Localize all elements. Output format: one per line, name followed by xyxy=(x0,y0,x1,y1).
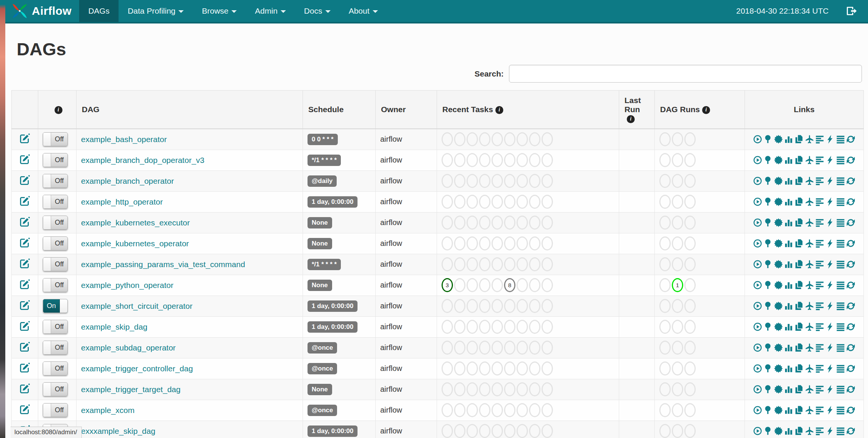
task-state-circle[interactable] xyxy=(542,361,553,375)
task-state-circle[interactable] xyxy=(492,174,503,188)
task-state-circle[interactable] xyxy=(517,216,528,230)
logs-icon[interactable] xyxy=(836,343,845,352)
gantt-view-icon[interactable] xyxy=(815,364,824,373)
code-view-icon[interactable] xyxy=(826,406,834,415)
gantt-view-icon[interactable] xyxy=(815,302,824,310)
dag-link[interactable]: example_bash_operator xyxy=(81,135,167,144)
task-state-circle[interactable] xyxy=(659,320,671,334)
task-state-circle[interactable] xyxy=(467,174,478,188)
pause-toggle[interactable]: Off xyxy=(43,403,68,417)
task-state-circle[interactable] xyxy=(454,382,465,396)
task-state-circle[interactable] xyxy=(442,195,453,209)
task-state-circle[interactable]: 3 xyxy=(442,278,453,292)
trigger-dag-icon[interactable] xyxy=(753,385,762,394)
task-duration-icon[interactable] xyxy=(784,385,793,394)
task-state-circle[interactable] xyxy=(492,382,503,396)
task-state-circle[interactable] xyxy=(529,424,540,438)
task-state-circle[interactable] xyxy=(517,236,528,250)
task-state-circle[interactable] xyxy=(479,153,490,167)
graph-view-icon[interactable] xyxy=(774,364,783,373)
task-tries-icon[interactable] xyxy=(795,260,803,269)
task-tries-icon[interactable] xyxy=(795,343,803,352)
task-state-circle[interactable] xyxy=(684,195,696,209)
graph-view-icon[interactable] xyxy=(774,197,783,206)
task-state-circle[interactable] xyxy=(479,403,490,417)
task-duration-icon[interactable] xyxy=(784,218,793,227)
task-tries-icon[interactable] xyxy=(795,239,803,248)
task-state-circle[interactable] xyxy=(442,361,453,375)
task-state-circle[interactable] xyxy=(504,132,515,146)
task-state-circle[interactable] xyxy=(684,341,696,355)
dag-link[interactable]: example_skip_dag xyxy=(81,322,147,331)
task-tries-icon[interactable] xyxy=(795,177,803,185)
task-state-circle[interactable] xyxy=(684,132,696,146)
task-state-circle[interactable] xyxy=(542,341,553,355)
task-state-circle[interactable] xyxy=(542,195,553,209)
logs-icon[interactable] xyxy=(836,427,845,435)
task-state-circle[interactable] xyxy=(454,195,465,209)
trigger-dag-icon[interactable] xyxy=(753,281,762,289)
dag-link[interactable]: example_http_operator xyxy=(81,197,163,206)
task-state-circle[interactable] xyxy=(504,299,515,313)
task-state-circle[interactable] xyxy=(672,132,683,146)
task-state-circle[interactable] xyxy=(672,195,683,209)
refresh-icon[interactable] xyxy=(846,177,855,185)
edit-dag-icon[interactable] xyxy=(20,258,30,269)
tree-view-icon[interactable] xyxy=(763,302,772,310)
edit-dag-icon[interactable] xyxy=(20,175,30,185)
edit-dag-icon[interactable] xyxy=(20,133,30,144)
task-state-circle[interactable] xyxy=(517,153,528,167)
gantt-view-icon[interactable] xyxy=(815,385,824,394)
tree-view-icon[interactable] xyxy=(763,197,772,206)
task-duration-icon[interactable] xyxy=(784,156,793,164)
task-state-circle[interactable] xyxy=(659,278,671,292)
graph-view-icon[interactable] xyxy=(774,281,783,289)
nav-item-admin[interactable]: Admin xyxy=(246,0,295,22)
task-state-circle[interactable] xyxy=(454,174,465,188)
task-duration-icon[interactable] xyxy=(784,364,793,373)
dag-link[interactable]: example_branch_operator xyxy=(81,177,174,185)
pause-toggle[interactable]: Off xyxy=(43,341,68,355)
task-state-circle[interactable] xyxy=(492,299,503,313)
tree-view-icon[interactable] xyxy=(763,135,772,144)
task-state-circle[interactable] xyxy=(672,216,683,230)
schedule-badge[interactable]: */1 * * * * xyxy=(308,259,341,270)
refresh-icon[interactable] xyxy=(846,281,855,289)
task-state-circle[interactable] xyxy=(504,403,515,417)
edit-dag-icon[interactable] xyxy=(20,154,30,164)
task-duration-icon[interactable] xyxy=(784,260,793,269)
task-state-circle[interactable] xyxy=(454,403,465,417)
task-state-circle[interactable] xyxy=(517,195,528,209)
task-state-circle[interactable] xyxy=(517,320,528,334)
task-state-circle[interactable] xyxy=(684,299,696,313)
task-state-circle[interactable] xyxy=(517,341,528,355)
task-tries-icon[interactable] xyxy=(795,385,803,394)
task-state-circle[interactable] xyxy=(672,382,683,396)
pause-toggle[interactable]: Off xyxy=(43,236,68,250)
graph-view-icon[interactable] xyxy=(774,218,783,227)
task-state-circle[interactable] xyxy=(479,195,490,209)
task-state-circle[interactable] xyxy=(454,361,465,375)
edit-dag-icon[interactable] xyxy=(20,279,30,289)
pause-toggle[interactable]: Off xyxy=(43,174,68,188)
pause-toggle[interactable]: Off xyxy=(43,320,68,334)
task-state-circle[interactable] xyxy=(467,361,478,375)
graph-view-icon[interactable] xyxy=(774,135,783,144)
task-state-circle[interactable] xyxy=(529,299,540,313)
task-state-circle[interactable] xyxy=(467,341,478,355)
landing-times-icon[interactable] xyxy=(805,135,814,144)
gantt-view-icon[interactable] xyxy=(815,156,824,164)
refresh-icon[interactable] xyxy=(846,322,855,331)
tree-view-icon[interactable] xyxy=(763,427,772,435)
schedule-badge[interactable]: 0 0 * * * xyxy=(308,134,338,145)
task-state-circle[interactable] xyxy=(672,257,683,271)
trigger-dag-icon[interactable] xyxy=(753,322,762,331)
task-state-circle[interactable] xyxy=(672,320,683,334)
edit-dag-icon[interactable] xyxy=(20,196,30,206)
logs-icon[interactable] xyxy=(836,322,845,331)
task-state-circle[interactable] xyxy=(442,382,453,396)
info-icon[interactable]: i xyxy=(627,115,635,123)
task-state-circle[interactable] xyxy=(442,341,453,355)
task-state-circle[interactable] xyxy=(684,320,696,334)
search-input[interactable] xyxy=(509,65,862,83)
